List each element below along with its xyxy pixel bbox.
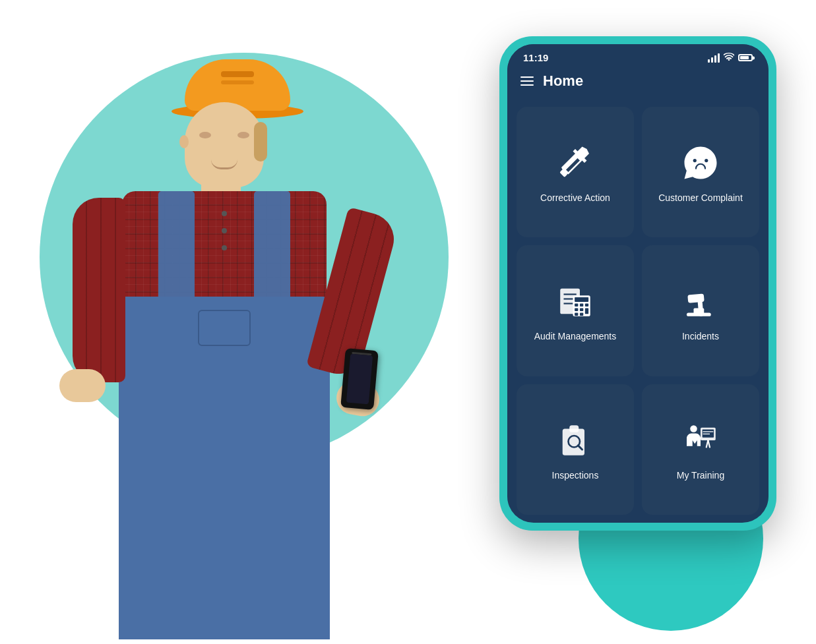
svg-rect-8 [575,297,588,302]
app-header: Home [507,67,769,99]
hamburger-menu-icon[interactable] [520,76,534,86]
status-bar: 11:19 [507,44,769,67]
worker-figure [0,33,449,644]
audit-docs-icon [554,280,596,322]
inspections-label: Inspections [552,469,599,481]
svg-rect-11 [585,304,588,307]
svg-point-1 [693,159,697,162]
customer-complaint-label: Customer Complaint [658,192,743,204]
hammer-icon [554,142,596,184]
menu-item-audit-managements[interactable]: Audit Managements [517,245,634,376]
my-training-label: My Training [677,469,724,481]
corrective-action-label: Corrective Action [540,192,610,204]
svg-line-31 [708,440,710,448]
svg-rect-13 [580,308,583,311]
svg-rect-14 [585,308,588,314]
signal-icon [708,53,720,63]
audit-managements-label: Audit Managements [534,330,617,342]
phone-mockup: 11:19 [499,36,776,531]
svg-rect-27 [703,429,714,437]
clipboard-search-icon [554,419,596,461]
svg-rect-20 [694,308,705,314]
menu-item-inspections[interactable]: Inspections [517,384,634,515]
svg-point-2 [705,159,708,162]
wifi-icon [724,52,734,63]
gavel-icon [679,280,722,322]
svg-rect-12 [575,308,578,311]
status-time: 11:19 [523,52,548,63]
svg-rect-9 [575,304,578,307]
menu-item-corrective-action[interactable]: Corrective Action [517,107,634,237]
menu-grid: Corrective Action Customer Complaint [507,99,769,523]
menu-item-incidents[interactable]: Incidents [642,245,759,376]
phone-screen: 11:19 [507,44,769,523]
svg-rect-16 [580,313,583,316]
menu-item-customer-complaint[interactable]: Customer Complaint [642,107,759,237]
scene: 11:19 [0,0,816,644]
menu-item-my-training[interactable]: My Training [642,384,759,515]
app-title: Home [543,73,583,90]
svg-rect-10 [580,304,583,307]
status-icons [708,52,753,63]
training-icon [679,419,722,461]
speech-sad-icon [679,142,722,184]
svg-rect-22 [569,425,579,432]
battery-icon [738,54,753,61]
svg-rect-21 [563,428,584,455]
svg-rect-15 [575,313,578,316]
svg-point-25 [690,425,697,432]
incidents-label: Incidents [682,330,719,342]
